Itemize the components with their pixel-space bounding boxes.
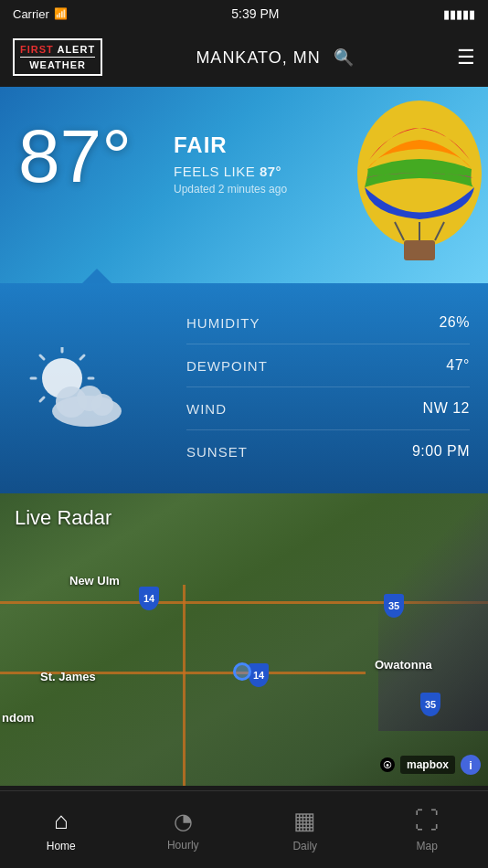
stats-area: HUMIDITY 26% DEWPOINT 47° WIND NW 12 SUN… bbox=[186, 302, 470, 472]
time-display: 5:39 PM bbox=[231, 6, 279, 21]
updated-label: Updated 2 minutes ago bbox=[174, 183, 287, 196]
status-left: Carrier 📶 bbox=[13, 7, 68, 21]
logo-weather-line: WEATHER bbox=[29, 59, 86, 70]
shield-14-1: 14 bbox=[139, 587, 159, 610]
wind-label: WIND bbox=[186, 401, 227, 417]
stat-row-wind: WIND NW 12 bbox=[186, 387, 470, 430]
feels-like: FEELS LIKE 87° bbox=[174, 164, 287, 179]
status-right: ▮▮▮▮▮ bbox=[443, 7, 475, 21]
logo-first-line: FIRST ALERT bbox=[20, 44, 95, 55]
map-label-owatonna: Owatonna bbox=[375, 658, 432, 672]
humidity-label: HUMIDITY bbox=[186, 315, 260, 331]
hero-pointer bbox=[82, 269, 111, 283]
humidity-value: 26% bbox=[439, 314, 470, 331]
road-v1 bbox=[183, 585, 186, 786]
map-label-ndom: ndom bbox=[2, 711, 34, 725]
app-logo: FIRST ALERT WEATHER bbox=[13, 38, 102, 76]
mapbox-logo: mapbox bbox=[400, 756, 455, 774]
stat-row-sunset: SUNSET 9:00 PM bbox=[186, 430, 470, 472]
info-button[interactable]: i bbox=[461, 755, 481, 775]
tab-bar: ⌂ Home ◔ Hourly ▦ Daily ⛶ Map bbox=[0, 790, 488, 868]
hero-section: 87° FAIR FEELS LIKE 87° Updated 2 minute… bbox=[0, 87, 488, 283]
tab-home-label: Home bbox=[47, 840, 76, 852]
dewpoint-label: DEWPOINT bbox=[186, 358, 268, 374]
shield-35-1: 35 bbox=[384, 594, 404, 618]
mapbox-circle-icon: ⦿ bbox=[380, 757, 395, 772]
wind-value: NW 12 bbox=[423, 400, 470, 417]
daily-icon: ▦ bbox=[293, 807, 316, 835]
svg-rect-1 bbox=[404, 240, 435, 260]
details-section: HUMIDITY 26% DEWPOINT 47° WIND NW 12 SUN… bbox=[0, 283, 488, 493]
nav-icons: ☰ bbox=[457, 46, 475, 69]
tab-daily[interactable]: ▦ Daily bbox=[244, 791, 366, 868]
svg-point-17 bbox=[91, 394, 113, 416]
hourly-icon: ◔ bbox=[174, 809, 193, 834]
tab-map-label: Map bbox=[417, 840, 438, 852]
radar-title: Live Radar bbox=[15, 506, 111, 530]
svg-line-13 bbox=[40, 397, 44, 401]
mapbox-watermark: ⦿ mapbox i bbox=[380, 755, 481, 775]
menu-button[interactable]: ☰ bbox=[457, 46, 475, 69]
feels-like-value: 87° bbox=[260, 164, 281, 179]
stat-row-humidity: HUMIDITY 26% bbox=[186, 302, 470, 344]
city-name: MANKATO, MN 🔍 bbox=[115, 48, 435, 68]
condition-info: FAIR FEELS LIKE 87° Updated 2 minutes ag… bbox=[174, 132, 287, 196]
temperature-display: 87° bbox=[18, 119, 132, 194]
tab-hourly[interactable]: ◔ Hourly bbox=[122, 791, 245, 868]
condition-label: FAIR bbox=[174, 132, 287, 158]
carrier-label: Carrier bbox=[13, 7, 49, 21]
radar-section[interactable]: New Ulm St. James Owatonna ndom 14 35 14… bbox=[0, 493, 488, 786]
battery-icon: ▮▮▮▮▮ bbox=[443, 7, 475, 21]
sunset-label: SUNSET bbox=[186, 444, 248, 460]
map-icon: ⛶ bbox=[415, 807, 439, 835]
svg-line-10 bbox=[40, 355, 44, 359]
shield-14-2: 14 bbox=[249, 663, 269, 687]
city-label: MANKATO, MN bbox=[196, 48, 320, 67]
shield-35-2: 35 bbox=[420, 693, 440, 716]
stat-row-dewpoint: DEWPOINT 47° bbox=[186, 344, 470, 387]
status-bar: Carrier 📶 5:39 PM ▮▮▮▮▮ bbox=[0, 0, 488, 27]
feels-like-label: FEELS LIKE bbox=[174, 164, 255, 179]
logo-divider bbox=[20, 57, 95, 58]
map-label-stjames: St. James bbox=[40, 670, 96, 683]
weather-icon-area bbox=[9, 311, 146, 466]
tab-hourly-label: Hourly bbox=[167, 839, 199, 852]
search-icon[interactable]: 🔍 bbox=[334, 48, 355, 67]
home-icon: ⌂ bbox=[54, 807, 69, 835]
tab-map[interactable]: ⛶ Map bbox=[366, 791, 489, 868]
location-marker bbox=[233, 662, 251, 681]
partly-cloudy-icon bbox=[27, 347, 128, 429]
tab-daily-label: Daily bbox=[292, 840, 317, 852]
sunset-value: 9:00 PM bbox=[412, 443, 470, 460]
map-label-newulm: New Ulm bbox=[69, 574, 120, 587]
svg-line-12 bbox=[80, 355, 84, 359]
tab-home[interactable]: ⌂ Home bbox=[0, 791, 122, 868]
dewpoint-value: 47° bbox=[446, 357, 470, 374]
wifi-icon: 📶 bbox=[54, 7, 68, 20]
nav-bar: FIRST ALERT WEATHER MANKATO, MN 🔍 ☰ bbox=[0, 27, 488, 87]
